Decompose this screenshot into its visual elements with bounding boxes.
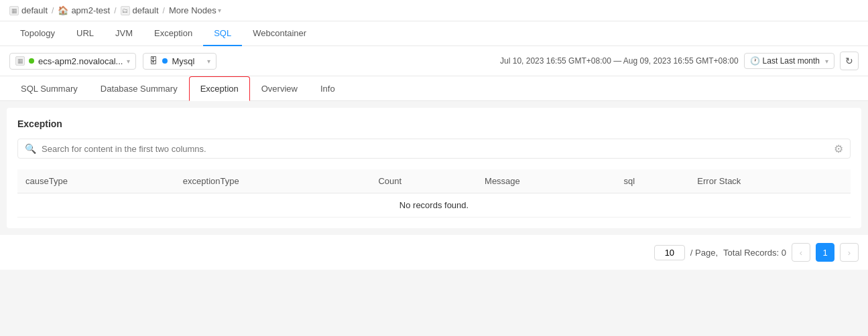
date-range: Jul 10, 2023 16:55 GMT+08:00 — Aug 09, 2… (500, 56, 739, 66)
breadcrumb-link-apm2-test[interactable]: apm2-test (71, 5, 110, 15)
sub-tabs: SQL Summary Database Summary Exception O… (0, 76, 868, 101)
breadcrumb-sep-3: / (163, 6, 165, 15)
tab-exception[interactable]: Exception (143, 21, 203, 46)
nav-tabs: Topology URL JVM Exception SQL Webcontai… (0, 21, 868, 46)
pagination: / Page, Total Records: 0 ‹ 1 › (0, 235, 868, 270)
grid-icon: ▦ (9, 6, 19, 15)
tab-topology[interactable]: Topology (9, 21, 66, 46)
search-icon: 🔍 (25, 143, 36, 154)
instance-dropdown[interactable]: ▦ ecs-apm2.novalocal... ▾ (9, 53, 136, 70)
prev-page-button[interactable]: ‹ (792, 243, 810, 262)
settings-icon[interactable]: ⚙ (834, 143, 843, 155)
col-sql: sql (616, 169, 690, 193)
col-message: Message (477, 169, 615, 193)
exception-table: causeType exceptionType Count Message sq… (17, 169, 851, 218)
section-title: Exception (17, 118, 851, 129)
refresh-icon: ↻ (845, 56, 853, 66)
time-preset-dropdown[interactable]: 🕐 Last Last month ▾ (744, 53, 834, 69)
page-1-label: 1 (822, 248, 827, 258)
chevron-down-icon: ▾ (127, 58, 130, 65)
db-status-dot (162, 58, 168, 64)
refresh-button[interactable]: ↻ (840, 52, 859, 70)
col-error-stack: Error Stack (689, 169, 851, 193)
sub-tab-info[interactable]: Info (309, 76, 347, 101)
toolbar-left: ▦ ecs-apm2.novalocal... ▾ 🗄 Mysql ▾ (9, 53, 216, 70)
breadcrumb-link-default1[interactable]: default (21, 5, 48, 15)
tab-url[interactable]: URL (66, 21, 105, 46)
star-icon: 🏠 (58, 5, 68, 15)
breadcrumb-item-apm2-test[interactable]: 🏠 apm2-test (58, 5, 110, 15)
search-bar: 🔍 ⚙ (17, 139, 851, 159)
col-count: Count (370, 169, 477, 193)
search-input[interactable] (42, 144, 843, 154)
toolbar: ▦ ecs-apm2.novalocal... ▾ 🗄 Mysql ▾ Jul … (0, 46, 868, 76)
breadcrumb-item-default2[interactable]: 🗂 default (121, 5, 159, 15)
content-area: Exception 🔍 ⚙ causeType exceptionType Co… (7, 108, 861, 228)
tab-sql[interactable]: SQL (203, 21, 242, 46)
clock-icon: 🕐 (750, 56, 760, 66)
col-cause-type: causeType (17, 169, 175, 193)
page-size-input[interactable] (654, 245, 685, 260)
sub-tab-overview[interactable]: Overview (250, 76, 309, 101)
time-preset-label: Last Last month (763, 56, 820, 66)
breadcrumb-sep-2: / (114, 6, 116, 15)
db-icon: 🗄 (149, 56, 158, 66)
tab-webcontainer[interactable]: Webcontainer (242, 21, 317, 46)
file-icon: 🗂 (121, 6, 130, 15)
chevron-down-icon: ▾ (825, 58, 828, 65)
breadcrumb-link-default2[interactable]: default (133, 5, 159, 15)
chevron-down-icon: ▾ (207, 58, 210, 65)
breadcrumb-more-label: More Nodes (169, 5, 216, 15)
chevron-right-icon: › (848, 248, 851, 258)
instance-status-dot (29, 58, 34, 64)
no-records-message: No records found. (17, 193, 851, 218)
breadcrumb-sep-1: / (52, 6, 54, 15)
sub-tab-exception[interactable]: Exception (189, 76, 250, 101)
sub-tab-sql-summary[interactable]: SQL Summary (9, 76, 89, 101)
instance-label: ecs-apm2.novalocal... (38, 56, 123, 66)
instance-icon: ▦ (15, 56, 25, 66)
db-dropdown[interactable]: 🗄 Mysql ▾ (143, 53, 216, 70)
breadcrumb: ▦ default / 🏠 apm2-test / 🗂 default / Mo… (0, 0, 868, 21)
chevron-down-icon: ▾ (218, 7, 221, 14)
tab-jvm[interactable]: JVM (105, 21, 143, 46)
breadcrumb-more-nodes[interactable]: More Nodes ▾ (169, 5, 221, 15)
page-size-label: / Page, (690, 248, 718, 258)
db-label: Mysql (172, 56, 194, 66)
sub-tab-database-summary[interactable]: Database Summary (89, 76, 189, 101)
toolbar-right: Jul 10, 2023 16:55 GMT+08:00 — Aug 09, 2… (500, 52, 859, 70)
col-exception-type: exceptionType (175, 169, 371, 193)
chevron-left-icon: ‹ (800, 248, 802, 258)
total-records-label: Total Records: 0 (723, 248, 786, 258)
next-page-button[interactable]: › (840, 243, 859, 262)
page-1-button[interactable]: 1 (816, 243, 834, 262)
breadcrumb-item-default1[interactable]: ▦ default (9, 5, 48, 15)
